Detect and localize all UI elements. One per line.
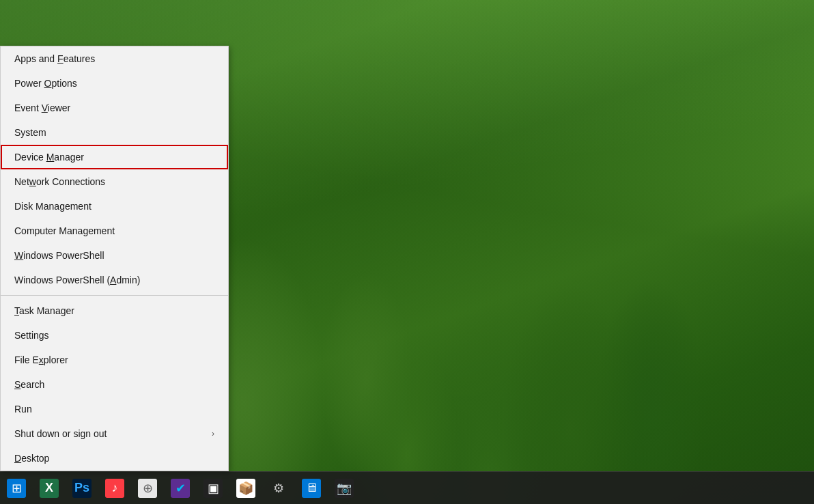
menu-item-system[interactable]: System bbox=[1, 120, 228, 145]
taskbar: ⊞XPs♪⊕✔▣📦⚙🖥📷 bbox=[0, 471, 814, 504]
menu-item-apps-features[interactable]: Apps and Features bbox=[1, 46, 228, 71]
image-viewer-icon: ▣ bbox=[204, 479, 223, 498]
taskbar-icon-remote-desktop[interactable]: 🖥 bbox=[295, 472, 328, 505]
taskbar-icon-settings-tb[interactable]: ⚙ bbox=[262, 472, 295, 505]
excel-icon: X bbox=[40, 479, 59, 498]
menu-item-run[interactable]: Run bbox=[1, 397, 228, 421]
menu-item-computer-management[interactable]: Computer Management bbox=[1, 219, 228, 243]
context-menu: Apps and FeaturesPower OptionsEvent View… bbox=[0, 46, 229, 471]
photoshop-icon: Ps bbox=[72, 479, 92, 498]
menu-item-device-manager[interactable]: Device Manager bbox=[1, 145, 228, 169]
installer-icon: 📦 bbox=[236, 479, 255, 498]
menu-separator bbox=[1, 295, 228, 296]
taskbar-icon-installer[interactable]: 📦 bbox=[229, 472, 262, 505]
menu-item-search[interactable]: Search bbox=[1, 372, 228, 397]
taskbar-icon-browser[interactable]: ⊕ bbox=[131, 472, 164, 505]
menu-item-file-explorer[interactable]: File Explorer bbox=[1, 348, 228, 372]
menu-item-windows-powershell[interactable]: Windows PowerShell bbox=[1, 243, 228, 268]
menu-item-windows-powershell-admin[interactable]: Windows PowerShell (Admin) bbox=[1, 268, 228, 292]
settings-tb-icon: ⚙ bbox=[269, 479, 288, 498]
menu-item-power-options[interactable]: Power Options bbox=[1, 71, 228, 96]
menu-item-disk-management[interactable]: Disk Management bbox=[1, 194, 228, 219]
taskbar-icon-photoshop[interactable]: Ps bbox=[66, 472, 98, 505]
menu-item-desktop[interactable]: Desktop bbox=[1, 446, 228, 471]
taskbar-icon-windows-start[interactable]: ⊞ bbox=[0, 472, 33, 505]
taskbar-icon-camera[interactable]: 📷 bbox=[328, 472, 361, 505]
menu-item-event-viewer[interactable]: Event Viewer bbox=[1, 96, 228, 120]
itunes-icon: ♪ bbox=[105, 479, 124, 498]
chevron-right-icon: › bbox=[212, 429, 214, 438]
browser-icon: ⊕ bbox=[138, 479, 157, 498]
windows-start-icon: ⊞ bbox=[7, 479, 26, 498]
menu-item-task-manager[interactable]: Task Manager bbox=[1, 298, 228, 323]
camera-icon: 📷 bbox=[335, 479, 354, 498]
taskbar-icon-excel[interactable]: X bbox=[33, 472, 66, 505]
menu-item-network-connections[interactable]: Network Connections bbox=[1, 169, 228, 194]
taskbar-icon-image-viewer[interactable]: ▣ bbox=[197, 472, 229, 505]
todoist-icon: ✔ bbox=[171, 479, 190, 498]
taskbar-icon-itunes[interactable]: ♪ bbox=[98, 472, 131, 505]
menu-item-settings[interactable]: Settings bbox=[1, 323, 228, 348]
remote-desktop-icon: 🖥 bbox=[302, 479, 321, 498]
menu-item-shut-down[interactable]: Shut down or sign out› bbox=[1, 421, 228, 446]
taskbar-icon-todoist[interactable]: ✔ bbox=[164, 472, 197, 505]
